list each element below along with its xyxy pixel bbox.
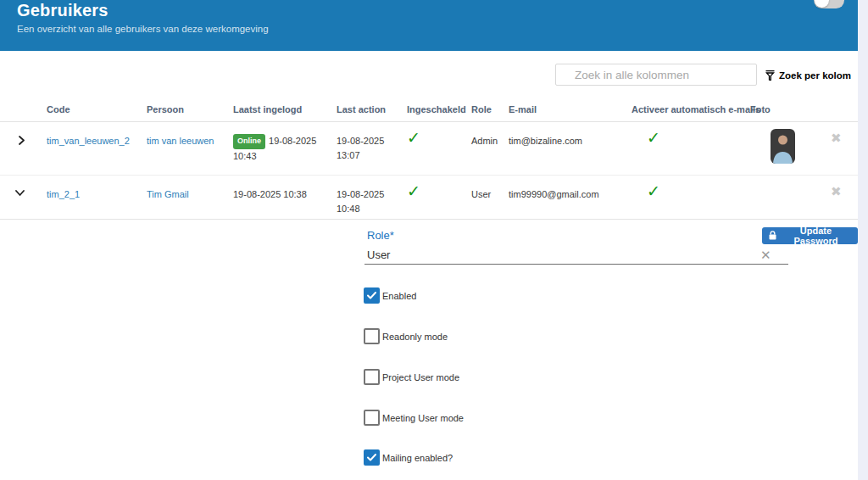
col-activeer-emails: Activeer automatisch e-mails (632, 98, 750, 114)
expand-row-button[interactable] (0, 122, 47, 145)
chevron-right-icon (18, 136, 47, 145)
checkbox-label: Meeting User mode (382, 413, 464, 423)
checkbox-label: Mailing enabled? (382, 453, 453, 463)
col-actions (814, 98, 858, 104)
chevron-down-icon (15, 189, 47, 197)
checkbox-box (364, 328, 380, 344)
user-person-link[interactable]: tim van leeuwen (147, 136, 214, 146)
delete-user-button[interactable]: ✖ (814, 122, 858, 145)
role-field-underline (364, 264, 788, 265)
auto-emails-check-icon: ✓ (632, 122, 750, 146)
last-action-cell: 19-08-2025 10:48 (337, 176, 407, 215)
collapse-row-button[interactable] (0, 176, 47, 197)
role-cell: Admin (471, 122, 509, 148)
search-per-column-button[interactable]: Zoek per kolom (765, 67, 851, 84)
role-field-label: Role* (367, 229, 394, 242)
col-role: Role (471, 98, 509, 114)
filter-icon (765, 70, 775, 81)
update-password-button[interactable]: Update Password (762, 227, 858, 244)
col-persoon: Persoon (147, 98, 233, 114)
checkbox-label: Project User mode (382, 372, 459, 382)
checkbox-readonly-mode[interactable]: Readonly mode (364, 328, 448, 344)
clear-role-icon[interactable]: ✕ (760, 248, 771, 263)
col-last-action: Last action (337, 98, 407, 114)
search-input[interactable] (555, 64, 757, 86)
checkbox-label: Readonly mode (382, 332, 448, 342)
lock-icon (769, 231, 776, 242)
user-code-link[interactable]: tim_2_1 (47, 189, 80, 199)
checkbox-mailing-enabled[interactable]: Mailing enabled? (364, 449, 453, 466)
page-title: Gebruikers (17, 0, 841, 20)
email-cell: tim@bizaline.com (509, 122, 632, 148)
last-login-cell: 19-08-2025 10:38 (233, 176, 337, 202)
filter-button-label: Zoek per kolom (779, 70, 851, 81)
user-photo (771, 129, 795, 164)
user-code-link[interactable]: tim_van_leeuwen_2 (47, 136, 130, 146)
checkbox-project-user-mode[interactable]: Project User mode (364, 369, 459, 385)
users-page: Gebruikers Een overzicht van alle gebrui… (0, 0, 858, 480)
role-cell: User (471, 176, 509, 202)
checkbox-box (364, 449, 380, 466)
checkbox-label: Enabled (382, 291, 416, 301)
toggle-knob (815, 0, 829, 8)
checkbox-meeting-user-mode[interactable]: Meeting User mode (364, 410, 464, 426)
delete-user-button[interactable]: ✖ (814, 176, 858, 198)
last-action-cell: 19-08-2025 13:07 (337, 122, 407, 162)
table-row: tim_van_leeuwen_2 tim van leeuwen Online… (0, 122, 858, 176)
enabled-check-icon: ✓ (407, 122, 471, 146)
checkbox-box (364, 369, 380, 385)
col-spacer (0, 98, 47, 104)
checkbox-box (364, 287, 380, 304)
col-ingeschakeld: Ingeschakeld (407, 98, 471, 114)
checkbox-enabled[interactable]: Enabled (364, 287, 416, 304)
page-header: Gebruikers Een overzicht van alle gebrui… (0, 0, 858, 51)
col-foto: Foto (750, 98, 814, 114)
table-header-row: Code Persoon Laatst ingelogd Last action… (0, 98, 858, 122)
photo-cell (750, 122, 814, 164)
col-code: Code (47, 98, 147, 114)
users-table: Code Persoon Laatst ingelogd Last action… (0, 98, 858, 220)
user-person-link[interactable]: Tim Gmail (147, 189, 189, 199)
enabled-check-icon: ✓ (407, 176, 471, 199)
col-email: E-mail (509, 98, 632, 114)
online-badge: Online (233, 134, 265, 149)
update-password-label: Update Password (781, 226, 851, 246)
auto-emails-check-icon: ✓ (632, 176, 750, 199)
last-login-cell: Online19-08-2025 10:43 (233, 122, 337, 163)
header-toggle-switch[interactable] (814, 0, 844, 8)
page-subtitle: Een overzicht van alle gebruikers van de… (17, 24, 841, 34)
table-row: tim_2_1 Tim Gmail 19-08-2025 10:38 19-08… (0, 176, 858, 220)
col-laatst-ingelogd: Laatst ingelogd (233, 98, 337, 114)
role-field-value[interactable]: User (367, 248, 390, 261)
checkbox-box (364, 410, 380, 426)
email-cell: tim99990@gmail.com (509, 176, 632, 202)
